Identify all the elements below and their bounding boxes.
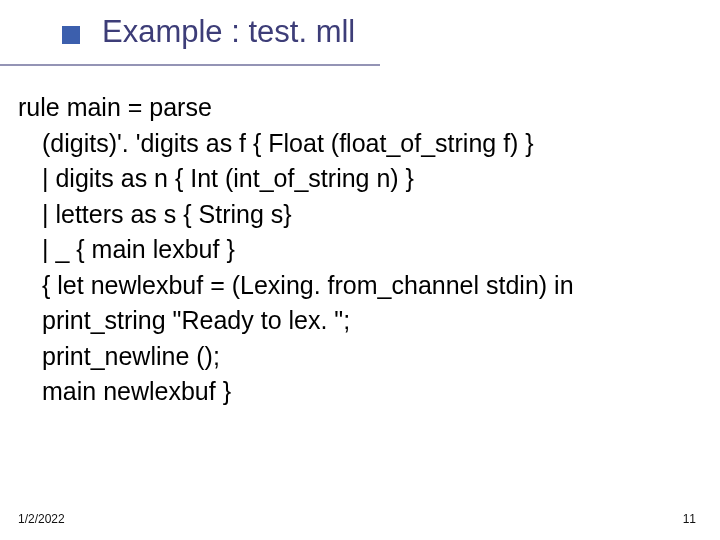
title-area: Example : test. mll (0, 0, 720, 60)
code-text: | letters as s { String s} (42, 200, 292, 228)
slide: Example : test. mll rule main = parse (d… (0, 0, 720, 540)
code-text: print_string "Ready to lex. "; (42, 306, 350, 334)
code-line: | digits as n { Int (int_of_string n) } (18, 161, 690, 197)
code-line: print_newline (); (18, 339, 690, 375)
footer-date: 1/2/2022 (18, 512, 65, 526)
code-body: rule main = parse (digits)'. 'digits as … (18, 90, 690, 410)
slide-title: Example : test. mll (102, 14, 355, 50)
code-line: (digits)'. 'digits as f { Float (float_o… (18, 126, 690, 162)
code-line: | _ { main lexbuf } (18, 232, 690, 268)
code-text: | digits as n { Int (int_of_string n) } (42, 164, 414, 192)
code-text: | _ { main lexbuf } (42, 235, 235, 263)
title-underline (0, 64, 380, 66)
code-line: rule main = parse (18, 93, 212, 121)
code-line: { let newlexbuf = (Lexing. from_channel … (18, 268, 690, 304)
code-line: print_string "Ready to lex. "; (18, 303, 690, 339)
code-text: { let newlexbuf = (Lexing. from_channel … (42, 271, 574, 299)
code-text: (digits)'. 'digits as f { Float (float_o… (42, 129, 534, 157)
code-text: main newlexbuf } (42, 377, 231, 405)
footer-page-number: 11 (683, 512, 696, 526)
code-line: main newlexbuf } (18, 374, 690, 410)
code-line: | letters as s { String s} (18, 197, 690, 233)
title-bullet-icon (62, 26, 80, 44)
code-text: print_newline (); (42, 342, 220, 370)
